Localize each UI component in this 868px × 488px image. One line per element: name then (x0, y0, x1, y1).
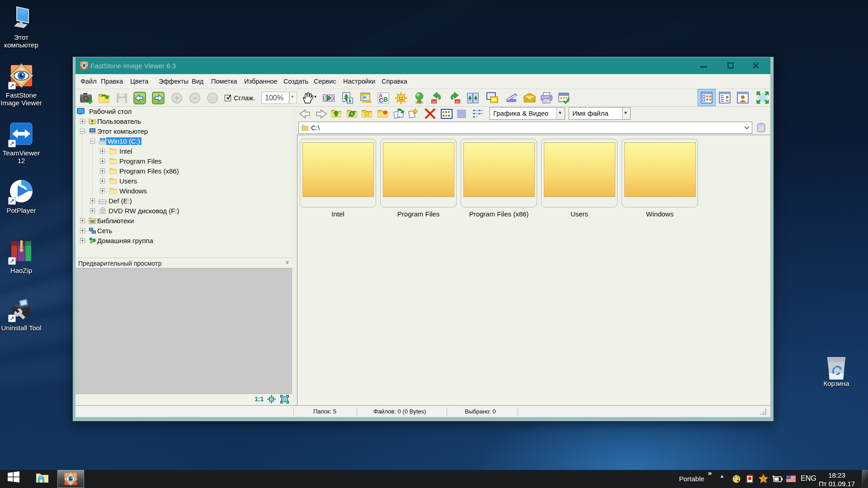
svg-text:C: C (379, 97, 383, 104)
svg-text:90: 90 (456, 100, 460, 104)
svg-text:90: 90 (432, 100, 436, 104)
svg-text:$: $ (762, 476, 764, 481)
svg-text:B: B (383, 96, 388, 103)
svg-text:1:1: 1:1 (210, 96, 216, 101)
